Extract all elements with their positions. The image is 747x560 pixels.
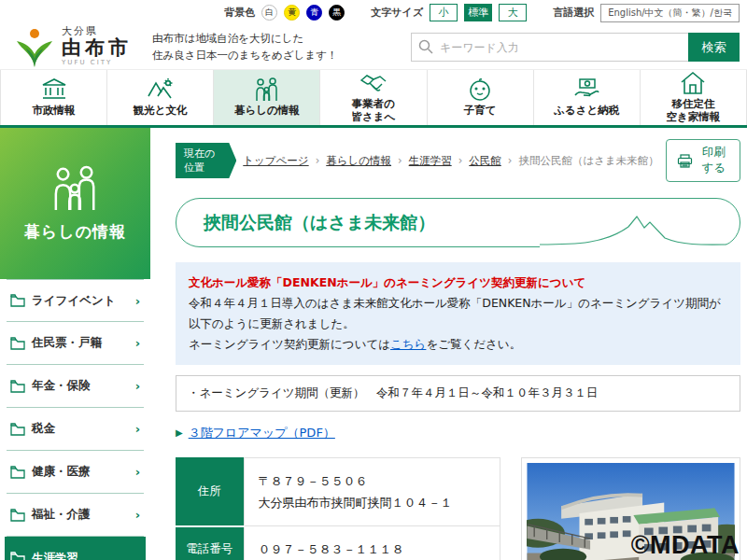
folder-icon: [10, 380, 25, 393]
logo-text: 大分県 由布市 YUFU CITY: [62, 26, 132, 66]
chevron-right-icon: ›: [135, 508, 140, 522]
watermark: ©MDATA: [631, 531, 740, 560]
logo-prefecture: 大分県: [62, 26, 132, 36]
site-header: 大分県 由布市 YUFU CITY 由布市は地域自治を大切にした 住み良さ日本一…: [0, 25, 747, 69]
font-size-standard-button[interactable]: 標準: [464, 4, 492, 21]
sidebar-item-pension-insurance[interactable]: 年金・保険›: [7, 365, 144, 408]
nav-item-hometown-tax[interactable]: ふるさと納税: [534, 70, 641, 125]
folder-icon: [10, 337, 25, 350]
search-input[interactable]: [411, 33, 688, 62]
logo-english: YUFU CITY: [62, 60, 132, 66]
house-icon: [680, 71, 706, 95]
notice-body-line1: 令和４年４月１日導入のはさま未来館文化ホール愛称「DENKENホール」のネーミン…: [189, 293, 727, 334]
sidebar-item-lifelong-learning[interactable]: 生涯学習›: [5, 537, 146, 560]
language-selector[interactable]: English/中文（簡・繁）/한국: [600, 4, 740, 22]
background-color-label: 背景色: [224, 6, 255, 20]
phone-header-cell: 電話番号: [176, 526, 244, 560]
chevron-right-icon: ›: [135, 465, 140, 479]
table-row-address: 住所 〒８７９－５５０６ 大分県由布市挟間町挟間１０４－１: [176, 457, 500, 526]
folder-icon: [10, 552, 25, 560]
address-value-cell: 〒８７９－５５０６ 大分県由布市挟間町挟間１０４－１: [244, 457, 500, 526]
family-icon: [49, 165, 103, 212]
utility-bar: 背景色 白 黄 青 黒 文字サイズ 小 標準 大 言語選択 English/中文…: [0, 0, 747, 25]
sidebar-item-health-medical[interactable]: 健康・医療›: [7, 451, 144, 494]
folder-icon: [10, 294, 25, 307]
print-button[interactable]: 印刷する: [666, 139, 740, 182]
mountain-icon: [147, 77, 175, 102]
sidebar-item-resident-registry[interactable]: 住民票・戸籍›: [7, 322, 144, 365]
folder-icon: [10, 466, 25, 479]
sidebar-title: 暮らしの情報: [24, 221, 126, 243]
bg-white-button[interactable]: 白: [261, 5, 277, 21]
content-area: 現在の位置 トップページ › 暮らしの情報 › 生涯学習 › 公民館 › 挟間公…: [150, 128, 747, 560]
nav-item-city-info[interactable]: 市政情報: [0, 70, 107, 125]
page-title-box: 挾間公民館（はさま未来館）: [176, 198, 740, 247]
breadcrumb: 現在の位置 トップページ › 暮らしの情報 › 生涯学習 › 公民館 › 挟間公…: [176, 139, 740, 182]
breadcrumb-link-living-info[interactable]: 暮らしの情報: [326, 154, 391, 168]
global-nav: 市政情報 観光と文化 暮らしの情報 事業者の皆さまへ 子育て ふるさと納税 移住…: [0, 69, 747, 128]
kochira-link[interactable]: こちら: [390, 337, 426, 351]
sidebar: 暮らしの情報 ライフイベント› 住民票・戸籍› 年金・保険› 税金›: [0, 128, 150, 560]
language-label: 言語選択: [553, 6, 594, 20]
chevron-right-icon: ›: [135, 336, 140, 350]
font-size-small-button[interactable]: 小: [430, 4, 458, 21]
nav-item-living-info[interactable]: 暮らしの情報: [214, 70, 320, 125]
bg-blue-button[interactable]: 青: [306, 5, 322, 21]
sidebar-item-welfare-care[interactable]: 福祉・介護›: [7, 494, 144, 537]
breadcrumb-link-top[interactable]: トップページ: [243, 154, 308, 168]
bg-yellow-button[interactable]: 黄: [284, 5, 300, 21]
folder-icon: [10, 509, 25, 522]
page: 背景色 白 黄 青 黒 文字サイズ 小 標準 大 言語選択 English/中文…: [0, 0, 747, 560]
floor-map-row: ▶ ３階フロアマップ（PDF）: [176, 425, 740, 441]
handshake-icon: [359, 71, 388, 95]
naming-rights-notice: 文化ホール愛称「DENKENホール」のネーミングライツ契約更新について 令和４年…: [176, 262, 740, 365]
naming-rights-period-box: ・ネーミングライツ期間（更新） 令和７年４月１日～令和１０年３月３１日: [176, 375, 740, 412]
search-button[interactable]: 検索: [688, 33, 740, 62]
font-size-large-button[interactable]: 大: [499, 4, 527, 21]
chevron-right-icon: ›: [135, 422, 140, 436]
donation-icon: [572, 77, 600, 102]
bank-icon: [41, 77, 67, 102]
nav-item-tourism-culture[interactable]: 観光と文化: [107, 70, 214, 125]
facility-info-table: 住所 〒８７９－５５０６ 大分県由布市挟間町挟間１０４－１ 電話番号 ０９７－５…: [176, 457, 500, 560]
search-area: 検索: [411, 33, 740, 62]
folder-icon: [10, 423, 25, 436]
bg-black-button[interactable]: 黒: [329, 5, 345, 21]
printer-icon: [677, 154, 693, 168]
sidebar-menu: ライフイベント› 住民票・戸籍› 年金・保険› 税金› 健康・医療›: [0, 279, 150, 560]
notice-body-line2: ネーミングライツ契約更新についてはこちらをご覧ください。: [189, 334, 727, 355]
table-row-phone: 電話番号 ０９７－５８３－１１１８: [176, 526, 500, 560]
sidebar-item-life-events[interactable]: ライフイベント›: [7, 279, 144, 322]
logo-city-name: 由布市: [62, 38, 132, 58]
sidebar-item-tax[interactable]: 税金›: [7, 408, 144, 451]
phone-value-cell: ０９７－５８３－１１１８: [244, 526, 500, 560]
chevron-right-icon: ›: [135, 294, 140, 308]
family-icon: [253, 77, 281, 102]
breadcrumb-current-page: 挟間公民館（はさま未来館）: [518, 154, 658, 168]
baby-icon: [468, 77, 492, 102]
city-emblem-icon: [13, 26, 56, 69]
main-wrapper: 暮らしの情報 ライフイベント› 住民票・戸籍› 年金・保険› 税金›: [0, 128, 747, 560]
notice-heading: 文化ホール愛称「DENKENホール」のネーミングライツ契約更新について: [189, 273, 727, 293]
current-location-tag: 現在の位置: [176, 143, 236, 178]
city-logo[interactable]: 大分県 由布市 YUFU CITY: [13, 26, 132, 69]
mountain-silhouette-decoration: [540, 214, 726, 247]
nav-item-relocation[interactable]: 移住定住空き家情報: [641, 70, 747, 125]
address-header-cell: 住所: [176, 457, 244, 526]
breadcrumb-link-lifelong-learning[interactable]: 生涯学習: [409, 154, 452, 168]
triangle-marker-icon: ▶: [176, 427, 183, 438]
nav-item-childcare[interactable]: 子育て: [428, 70, 534, 125]
nav-item-business[interactable]: 事業者の皆さまへ: [320, 70, 427, 125]
chevron-right-icon: ›: [135, 379, 140, 393]
city-tagline: 由布市は地域自治を大切にした 住み良さ日本一のまちをめざします！: [152, 31, 337, 63]
sidebar-header-living-info[interactable]: 暮らしの情報: [0, 128, 150, 279]
font-size-label: 文字サイズ: [371, 6, 423, 20]
floor-map-pdf-link[interactable]: ３階フロアマップ（PDF）: [189, 425, 335, 441]
breadcrumb-link-community-center[interactable]: 公民館: [469, 154, 501, 168]
